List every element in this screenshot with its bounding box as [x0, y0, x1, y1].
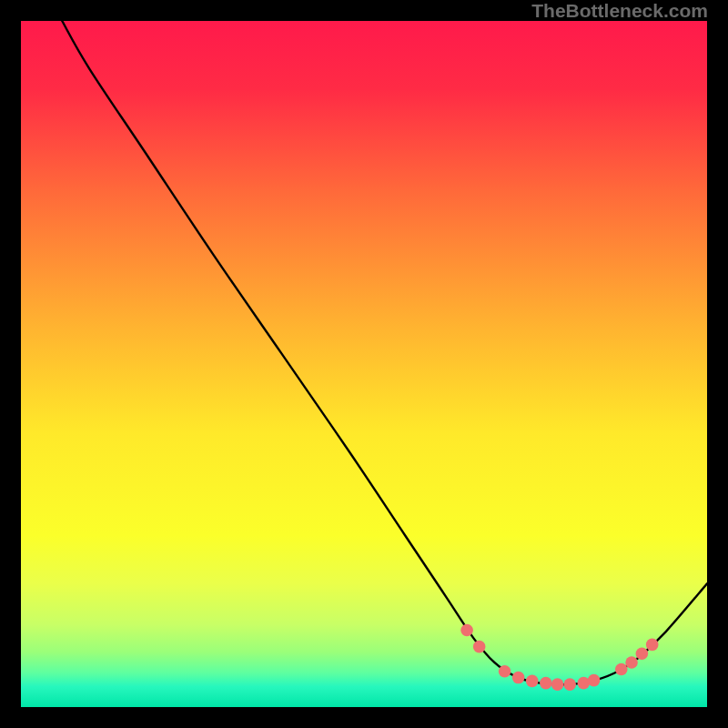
highlight-dot	[636, 647, 649, 660]
chart-svg	[21, 21, 707, 707]
gradient-background	[21, 21, 707, 707]
highlight-dot	[625, 656, 638, 669]
highlight-dot	[551, 678, 564, 691]
highlight-dot	[563, 678, 576, 691]
highlight-dot	[499, 665, 511, 678]
highlight-dot	[512, 672, 525, 684]
highlight-dot	[588, 674, 601, 687]
plot-area	[21, 21, 707, 707]
chart-container: TheBottleneck.com	[0, 0, 728, 728]
watermark-text: TheBottleneck.com	[531, 0, 708, 22]
highlight-dot	[460, 624, 473, 637]
highlight-dot	[615, 663, 628, 676]
highlight-dot	[540, 677, 552, 690]
highlight-dot	[473, 641, 486, 653]
highlight-dot	[646, 639, 659, 652]
highlight-dot	[526, 675, 539, 688]
